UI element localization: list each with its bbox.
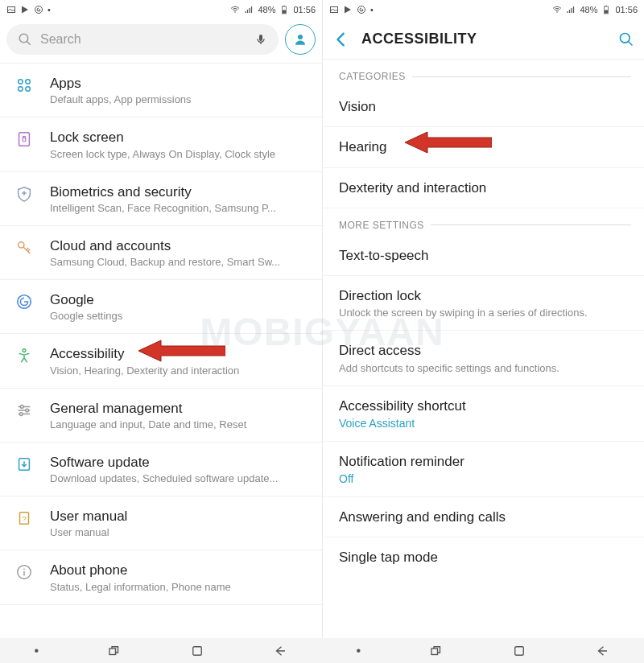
item-title: Accessibility shortcut (339, 397, 631, 414)
item-sub: Samsung Cloud, Backup and restore, Smart… (50, 256, 312, 268)
item-value: Off (339, 472, 631, 485)
settings-item-about-phone[interactable]: About phoneStatus, Legal information, Ph… (0, 550, 322, 604)
category-hearing[interactable]: Hearing (323, 127, 644, 167)
google-g-icon (357, 5, 366, 14)
item-title: Vision (339, 98, 631, 115)
svg-point-15 (19, 241, 24, 247)
item-sub: Screen lock type, Always On Display, Clo… (50, 148, 312, 160)
svg-rect-7 (259, 35, 262, 41)
dot-icon: • (370, 5, 374, 14)
item-value: Voice Assistant (339, 417, 631, 430)
page-title: ACCESSIBILITY (361, 31, 618, 47)
recent-apps-button[interactable] (107, 644, 122, 658)
settings-item-accessibility[interactable]: AccessibilityVision, Hearing, Dexterity … (0, 334, 322, 388)
dot-icon: • (47, 5, 51, 14)
item-text-to-speech[interactable]: Text-to-speech (323, 236, 644, 276)
svg-point-10 (26, 80, 31, 84)
category-dexterity[interactable]: Dexterity and interaction (323, 168, 644, 208)
accessibility-list[interactable]: CATEGORIES Vision Hearing Dexterity and … (323, 60, 644, 638)
lock-icon (15, 130, 33, 148)
search-icon[interactable] (618, 31, 634, 47)
settings-item-user-manual[interactable]: ? User manualUser manual (0, 496, 322, 550)
settings-item-general-management[interactable]: General managementLanguage and input, Da… (0, 389, 322, 443)
svg-point-6 (19, 34, 28, 43)
svg-text:?: ? (22, 515, 26, 523)
search-header: Search (0, 19, 322, 64)
settings-main-pane: • 48% 01:56 Search (0, 0, 322, 638)
accessibility-header: ACCESSIBILITY (323, 19, 644, 60)
home-button[interactable] (512, 644, 526, 658)
svg-rect-36 (515, 646, 524, 655)
item-sub: Download updates, Scheduled software upd… (50, 472, 312, 484)
item-title: General management (50, 400, 312, 417)
settings-item-apps[interactable]: AppsDefault apps, App permissions (0, 64, 322, 117)
item-title: About phone (50, 562, 312, 579)
settings-item-biometrics[interactable]: Biometrics and securityIntelligent Scan,… (0, 172, 322, 226)
info-icon (15, 563, 33, 581)
item-title: Dexterity and interaction (339, 179, 631, 196)
category-vision[interactable]: Vision (323, 87, 644, 127)
item-accessibility-shortcut[interactable]: Accessibility shortcut Voice Assistant (323, 386, 644, 442)
item-title: Software update (50, 454, 312, 471)
back-icon[interactable] (332, 31, 350, 48)
profile-button[interactable] (285, 24, 316, 55)
item-single-tap-mode[interactable]: Single tap mode (323, 537, 644, 577)
settings-item-google[interactable]: GoogleGoogle settings (0, 280, 322, 334)
item-sub: Default apps, App permissions (50, 93, 312, 105)
item-direction-lock[interactable]: Direction lock Unlock the screen by swip… (323, 276, 644, 331)
settings-list[interactable]: AppsDefault apps, App permissions Lock s… (0, 64, 322, 638)
svg-point-11 (19, 87, 23, 92)
battery-percent: 48% (580, 5, 597, 14)
clock-time: 01:56 (293, 5, 316, 14)
accessibility-icon (15, 347, 33, 364)
clock-time: 01:56 (615, 5, 638, 14)
item-title: Apps (50, 75, 312, 92)
item-notification-reminder[interactable]: Notification reminder Off (323, 442, 644, 497)
svg-rect-4 (283, 6, 285, 6)
item-title: Cloud and accounts (50, 237, 312, 254)
search-placeholder: Search (40, 32, 246, 47)
play-store-icon (20, 5, 30, 14)
signal-icon (566, 5, 576, 14)
wifi-icon (230, 5, 240, 14)
battery-percent: 48% (258, 5, 275, 14)
search-input[interactable]: Search (6, 24, 279, 55)
svg-point-19 (26, 409, 29, 412)
image-icon (329, 5, 339, 14)
section-header-categories: CATEGORIES (323, 60, 644, 87)
item-direct-access[interactable]: Direct access Add shortcuts to specific … (323, 331, 644, 385)
apps-icon (15, 76, 33, 94)
back-button[interactable] (273, 644, 287, 658)
settings-item-software-update[interactable]: Software updateDownload updates, Schedul… (0, 443, 322, 496)
status-bar: • 48% 01:56 (323, 0, 644, 19)
svg-rect-35 (431, 649, 438, 655)
search-icon (18, 32, 32, 47)
google-icon (15, 293, 33, 311)
svg-rect-14 (23, 138, 26, 142)
svg-point-12 (26, 87, 31, 92)
item-title: Answering and ending calls (339, 509, 631, 525)
item-sub: User manual (50, 526, 312, 538)
mic-icon[interactable] (254, 33, 267, 46)
item-title: Notification reminder (339, 453, 631, 470)
item-title: Hearing (339, 138, 631, 155)
section-label: CATEGORIES (339, 71, 406, 82)
status-bar: • 48% 01:56 (0, 0, 322, 19)
item-title: Direct access (339, 342, 631, 359)
settings-item-cloud[interactable]: Cloud and accountsSamsung Cloud, Backup … (0, 226, 322, 280)
item-title: Biometrics and security (50, 183, 312, 200)
back-button[interactable] (595, 644, 609, 658)
signal-icon (244, 5, 254, 14)
recent-apps-button[interactable] (429, 644, 444, 658)
svg-rect-13 (19, 133, 30, 146)
item-answering-ending-calls[interactable]: Answering and ending calls (323, 497, 644, 537)
item-title: Lock screen (50, 129, 312, 146)
item-title: Single tap mode (339, 549, 631, 566)
item-sub: Google settings (50, 310, 312, 322)
settings-item-lock-screen[interactable]: Lock screenScreen lock type, Always On D… (0, 117, 322, 171)
play-store-icon (343, 5, 353, 14)
item-sub: Vision, Hearing, Dexterity and interacti… (50, 364, 312, 377)
battery-icon (279, 5, 289, 14)
home-button[interactable] (190, 644, 204, 658)
svg-rect-30 (605, 6, 607, 6)
